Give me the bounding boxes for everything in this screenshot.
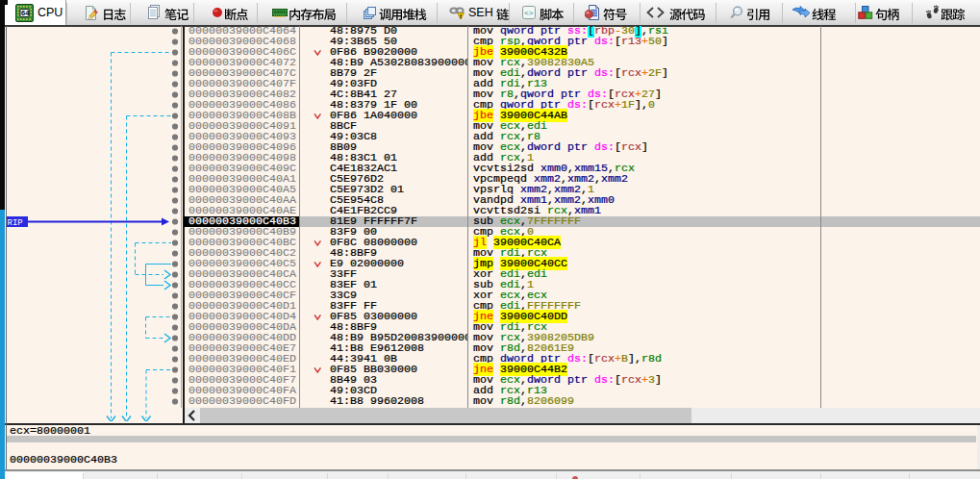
svg-text:RIP: RIP (8, 218, 23, 228)
svg-text:64: 64 (21, 9, 30, 17)
svg-text:<>: <> (524, 9, 534, 17)
